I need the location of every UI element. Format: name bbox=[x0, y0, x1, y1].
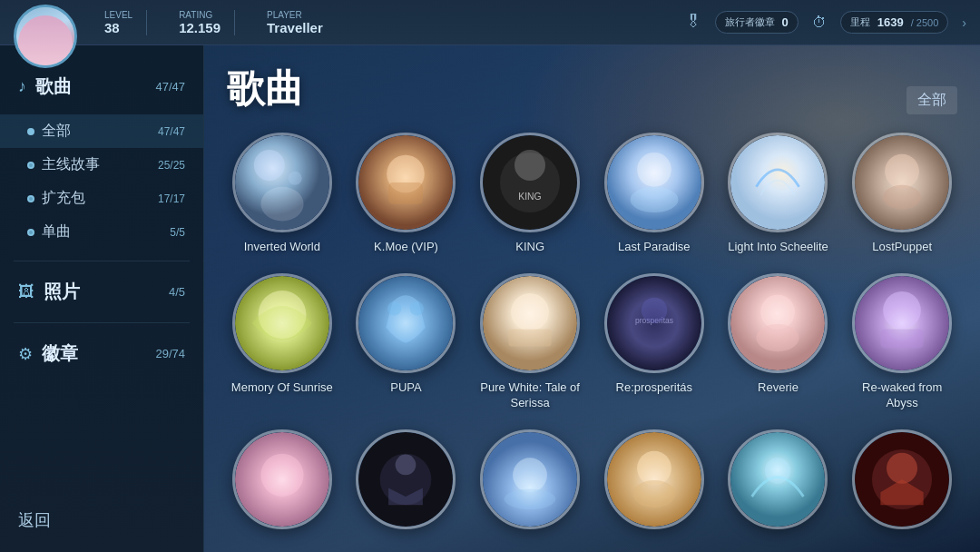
sidebar-single-label: 单曲 bbox=[42, 222, 71, 242]
sidebar-item-single[interactable]: 单曲 5/5 bbox=[0, 215, 203, 249]
dot-dlc bbox=[27, 195, 34, 202]
song-thumbnail bbox=[852, 273, 952, 373]
filter-button[interactable]: 全部 bbox=[906, 86, 957, 114]
song-thumbnail: prosperitas bbox=[604, 273, 704, 373]
sidebar-songs-item[interactable]: ♪ 歌曲 47/47 bbox=[0, 64, 203, 110]
song-name: Last Paradise bbox=[618, 240, 691, 255]
rating-stat: Rating 12.159 bbox=[165, 10, 235, 35]
song-thumbnail-inner: prosperitas bbox=[607, 276, 701, 370]
song-item[interactable]: prosperitas Re:prosperitás bbox=[599, 273, 710, 411]
song-item[interactable] bbox=[723, 429, 834, 529]
song-item[interactable]: Re-waked from Abyss bbox=[847, 273, 957, 411]
badge-label: 旅行者徽章 bbox=[725, 15, 775, 29]
song-name: KING bbox=[515, 240, 544, 255]
song-thumbnail-inner bbox=[358, 276, 453, 370]
song-content: 歌曲 全部 Inverted World K.Moe (VIP) KING KI… bbox=[204, 45, 980, 552]
rating-label: Rating bbox=[179, 10, 220, 20]
song-item[interactable]: Inverted World bbox=[227, 133, 338, 255]
svg-point-3 bbox=[288, 172, 301, 185]
song-area-title: 歌曲 bbox=[227, 64, 303, 114]
badge-group: 旅行者徽章 0 bbox=[715, 11, 799, 34]
svg-point-41 bbox=[513, 458, 547, 492]
milestone-value: 1639 bbox=[877, 15, 904, 29]
milestone-label: 里程 bbox=[850, 15, 870, 29]
song-thumbnail-inner bbox=[235, 135, 329, 230]
song-item[interactable]: Pure White: Tale of Serissa bbox=[475, 273, 585, 411]
sidebar-item-dlc[interactable]: 扩充包 17/17 bbox=[0, 182, 203, 215]
song-item[interactable]: Light Into Scheelite bbox=[723, 133, 834, 255]
svg-point-9 bbox=[514, 150, 545, 181]
sidebar-photos-item[interactable]: 🖼 照片 4/5 bbox=[0, 269, 203, 315]
song-area: 歌曲 全部 Inverted World K.Moe (VIP) KING KI… bbox=[204, 45, 980, 552]
sidebar-dlc-label: 扩充包 bbox=[42, 189, 85, 208]
song-name: Inverted World bbox=[244, 240, 320, 255]
song-item[interactable] bbox=[847, 429, 957, 529]
sidebar-badges-count: 29/74 bbox=[155, 347, 185, 360]
level-label: Level bbox=[104, 10, 132, 20]
badges-icon: ⚙ bbox=[18, 344, 33, 364]
song-item[interactable]: Reverie bbox=[723, 273, 834, 411]
song-item[interactable]: LostPuppet bbox=[847, 133, 957, 255]
svg-point-33 bbox=[883, 291, 921, 330]
song-name: Memory Of Sunrise bbox=[231, 380, 333, 396]
sidebar-sub-items: 全部 47/47 主线故事 25/25 扩充包 17/17 单曲 5/5 bbox=[0, 110, 203, 253]
song-item[interactable]: Memory Of Sunrise bbox=[227, 273, 338, 411]
sidebar-divider-1 bbox=[14, 261, 190, 261]
song-thumbnail-inner bbox=[730, 432, 825, 527]
song-thumbnail bbox=[852, 429, 952, 529]
song-thumbnail bbox=[604, 133, 704, 232]
song-item[interactable]: K.Moe (VIP) bbox=[351, 133, 462, 255]
song-thumbnail-inner bbox=[730, 135, 825, 230]
song-item[interactable] bbox=[475, 429, 585, 529]
sidebar-item-main[interactable]: 主线故事 25/25 bbox=[0, 148, 203, 182]
song-thumbnail-inner bbox=[730, 276, 825, 370]
svg-rect-6 bbox=[389, 182, 424, 204]
svg-point-22 bbox=[410, 301, 424, 315]
svg-point-21 bbox=[388, 301, 402, 315]
level-stat: Level 38 bbox=[91, 10, 147, 35]
svg-point-42 bbox=[505, 488, 556, 509]
top-bar: Level 38 Rating 12.159 Player Traveller … bbox=[0, 0, 980, 45]
song-header: 歌曲 全部 bbox=[227, 64, 957, 114]
sidebar-songs-section: ♪ 歌曲 47/47 全部 47/47 主线故事 25/25 扩充包 bbox=[0, 45, 203, 253]
svg-rect-34 bbox=[881, 330, 924, 349]
song-thumbnail-inner bbox=[358, 432, 453, 527]
svg-point-13 bbox=[630, 187, 678, 212]
song-item[interactable] bbox=[351, 429, 462, 529]
song-thumbnail-inner bbox=[483, 432, 577, 527]
song-thumbnail-inner bbox=[235, 432, 329, 527]
song-item[interactable] bbox=[599, 429, 710, 529]
song-thumbnail bbox=[356, 133, 456, 232]
sidebar-item-all[interactable]: 全部 47/47 bbox=[0, 114, 203, 148]
top-right: 🎖 旅行者徽章 0 ⏱ 里程 1639 / 2500 › bbox=[685, 11, 980, 34]
sidebar-badges-item[interactable]: ⚙ 徽章 29/74 bbox=[0, 330, 203, 377]
svg-point-28 bbox=[642, 298, 667, 323]
svg-point-47 bbox=[765, 458, 790, 483]
song-thumbnail bbox=[852, 133, 952, 232]
back-button[interactable]: 返回 bbox=[18, 502, 185, 538]
badge-value: 0 bbox=[782, 15, 789, 29]
song-item[interactable]: PUPA bbox=[351, 273, 462, 411]
sidebar-main-count: 25/25 bbox=[158, 159, 185, 172]
song-thumbnail bbox=[232, 133, 332, 232]
sidebar-single-count: 5/5 bbox=[170, 226, 185, 239]
song-thumbnail-inner bbox=[235, 276, 329, 370]
song-item[interactable]: KING KING bbox=[475, 133, 585, 255]
song-item[interactable] bbox=[227, 429, 338, 529]
sidebar-all-label: 全部 bbox=[42, 122, 71, 141]
song-item[interactable]: Last Paradise bbox=[599, 133, 710, 255]
song-thumbnail: KING bbox=[480, 133, 580, 232]
svg-point-2 bbox=[254, 150, 285, 181]
sidebar-dlc-count: 17/17 bbox=[158, 192, 185, 205]
song-thumbnail bbox=[356, 273, 456, 373]
chevron-right-icon[interactable]: › bbox=[962, 15, 966, 30]
song-thumbnail bbox=[480, 273, 580, 373]
main-content: ♪ 歌曲 47/47 全部 47/47 主线故事 25/25 扩充包 bbox=[0, 45, 980, 552]
song-thumbnail bbox=[728, 273, 828, 373]
avatar[interactable] bbox=[14, 5, 77, 68]
dot-all bbox=[27, 128, 34, 135]
sidebar-bottom: 返回 bbox=[0, 488, 203, 552]
song-thumbnail bbox=[232, 429, 332, 529]
dot-main bbox=[27, 162, 34, 169]
song-name: Pure White: Tale of Serissa bbox=[475, 380, 584, 411]
